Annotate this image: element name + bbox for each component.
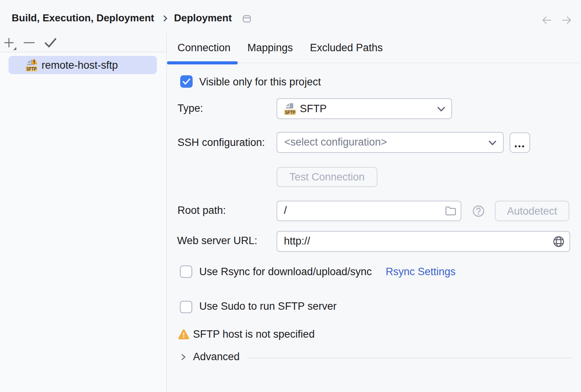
svg-text:SFTP: SFTP <box>285 110 295 115</box>
svg-text:SFTP: SFTP <box>26 66 37 72</box>
